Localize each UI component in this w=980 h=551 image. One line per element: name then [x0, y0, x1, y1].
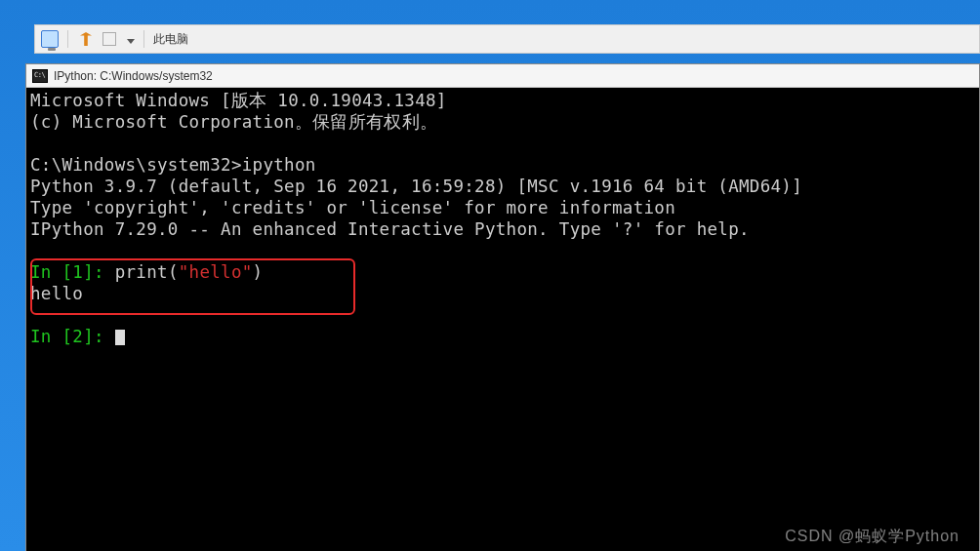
dropdown-toggle[interactable]: [124, 30, 135, 48]
csdn-watermark: CSDN @蚂蚁学Python: [785, 526, 960, 547]
computer-icon[interactable]: [41, 31, 59, 47]
separator: [67, 30, 68, 48]
checkbox-icon[interactable]: [101, 31, 118, 47]
explorer-toolbar: 此电脑: [34, 24, 980, 54]
window-title: IPython: C:Windows/system32: [54, 69, 213, 83]
python-hint-line: Type 'copyright', 'credits' or 'license'…: [30, 198, 675, 217]
cursor-icon: [115, 330, 125, 345]
copyright-line: (c) Microsoft Corporation。保留所有权利。: [30, 112, 437, 132]
separator: [143, 30, 144, 48]
cmd-icon: [32, 69, 48, 83]
terminal-output[interactable]: Microsoft Windows [版本 10.0.19043.1348] (…: [26, 88, 979, 551]
pin-icon[interactable]: [77, 31, 95, 47]
explorer-location-label: 此电脑: [153, 31, 188, 48]
window-titlebar[interactable]: IPython: C:Windows/system32: [26, 64, 979, 88]
shell-prompt-line: C:\Windows\system32>ipython: [30, 155, 316, 175]
python-version-line: Python 3.9.7 (default, Sep 16 2021, 16:5…: [30, 177, 802, 196]
ipython-in-prompt-2: In [2]:: [30, 327, 115, 346]
winver-line: Microsoft Windows [版本 10.0.19043.1348]: [30, 91, 447, 110]
highlight-annotation-box: [30, 258, 355, 315]
ipython-banner-line: IPython 7.29.0 -- An enhanced Interactiv…: [30, 219, 750, 239]
command-window: IPython: C:Windows/system32 Microsoft Wi…: [25, 63, 980, 551]
